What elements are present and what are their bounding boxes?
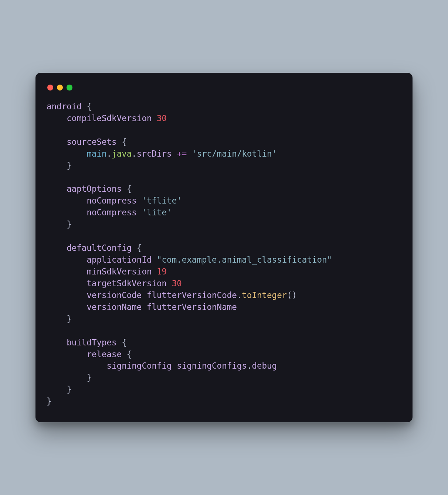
maximize-icon[interactable] (67, 85, 72, 91)
minimize-icon[interactable] (57, 85, 63, 91)
id-java: java (112, 149, 132, 158)
kw-noCompress: noCompress (86, 196, 136, 205)
kw-applicationId: applicationId (86, 255, 152, 264)
val-srcDirs: 'src/main/kotlin' (192, 149, 277, 158)
kw-compileSdkVersion: compileSdkVersion (67, 113, 152, 123)
code-window: android { compileSdkVersion 30 sourceSet… (35, 73, 413, 422)
id-main: main (86, 149, 106, 158)
id-debug: debug (252, 361, 277, 371)
kw-minSdkVersion: minSdkVersion (86, 267, 152, 276)
val-noCompress-tflite: 'tflite' (142, 196, 181, 205)
op-plusEq: += (177, 149, 187, 158)
kw-sourceSets: sourceSets (67, 137, 116, 147)
val-targetSdkVersion: 30 (172, 279, 182, 288)
kw-versionCode: versionCode (86, 290, 142, 300)
code-block: android { compileSdkVersion 30 sourceSet… (47, 101, 401, 407)
val-minSdkVersion: 19 (157, 267, 167, 276)
val-noCompress-lite: 'lite' (142, 208, 172, 217)
val-compileSdkVersion: 30 (157, 113, 167, 123)
kw-buildTypes: buildTypes (67, 338, 116, 347)
kw-aaptOptions: aaptOptions (67, 184, 122, 194)
kw-signingConfig: signingConfig (107, 361, 172, 371)
kw-defaultConfig: defaultConfig (67, 243, 132, 253)
id-srcDirs: srcDirs (137, 149, 172, 158)
id-flutterVersionName: flutterVersionName (147, 302, 237, 312)
titlebar (47, 83, 401, 101)
kw-release: release (86, 349, 122, 359)
close-icon[interactable] (47, 85, 53, 91)
id-flutterVersionCode: flutterVersionCode (147, 290, 237, 300)
kw-android: android (47, 102, 82, 111)
val-applicationId: "com.example.animal_classification" (157, 255, 332, 264)
kw-versionName: versionName (86, 302, 142, 312)
method-toInteger: toInteger (242, 290, 287, 300)
kw-targetSdkVersion: targetSdkVersion (86, 279, 167, 288)
id-signingConfigs: signingConfigs (177, 361, 247, 371)
kw-noCompress: noCompress (86, 208, 136, 217)
